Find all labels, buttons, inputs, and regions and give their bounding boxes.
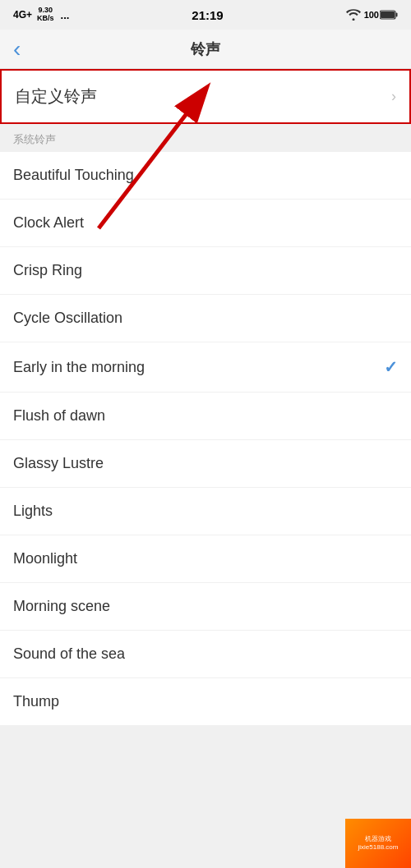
status-bar: 4G+ 9.30 KB/s ... 21:19 100 bbox=[0, 0, 411, 30]
nav-bar: ‹ 铃声 bbox=[0, 30, 411, 69]
custom-ringtone-label: 自定义铃声 bbox=[15, 85, 97, 108]
custom-ringtone-item[interactable]: 自定义铃声 › bbox=[2, 71, 409, 122]
watermark: 机器游戏 jixie5188.com bbox=[345, 819, 411, 868]
battery-icon: 100 bbox=[364, 10, 398, 20]
status-right: 100 bbox=[346, 9, 398, 21]
list-item[interactable]: Cycle Oscillation bbox=[0, 295, 411, 342]
wifi-icon bbox=[346, 9, 361, 21]
list-item[interactable]: Lights bbox=[0, 488, 411, 535]
list-item[interactable]: Clock Alert bbox=[0, 200, 411, 247]
list-item[interactable]: Flush of dawn bbox=[0, 393, 411, 440]
list-item[interactable]: Beautiful Touching bbox=[0, 152, 411, 200]
kb-speed: 9.30 KB/s bbox=[37, 7, 54, 23]
ringtone-name: Lights bbox=[13, 503, 53, 520]
list-item[interactable]: Moonlight bbox=[0, 535, 411, 583]
ringtone-name: Early in the morning bbox=[13, 359, 145, 376]
custom-ringtone-section: 自定义铃声 › bbox=[0, 69, 411, 124]
status-dots: ... bbox=[61, 9, 70, 21]
network-indicator: 4G+ bbox=[13, 9, 32, 21]
list-item[interactable]: Sound of the sea bbox=[0, 631, 411, 678]
status-left: 4G+ 9.30 KB/s ... bbox=[13, 7, 69, 23]
ringtone-name: Glassy Lustre bbox=[13, 455, 104, 472]
ringtone-name: Sound of the sea bbox=[13, 645, 125, 663]
list-item[interactable]: Crisp Ring bbox=[0, 247, 411, 295]
ringtone-list: Beautiful TouchingClock AlertCrisp RingC… bbox=[0, 152, 411, 725]
list-item[interactable]: Thump bbox=[0, 678, 411, 725]
svg-rect-2 bbox=[381, 11, 395, 18]
page-title: 铃声 bbox=[191, 39, 220, 59]
list-item[interactable]: Morning scene bbox=[0, 583, 411, 631]
svg-rect-1 bbox=[395, 13, 397, 17]
ringtone-name: Clock Alert bbox=[13, 214, 84, 232]
ringtone-name: Thump bbox=[13, 693, 59, 710]
ringtone-name: Cycle Oscillation bbox=[13, 310, 122, 327]
ringtone-name: Flush of dawn bbox=[13, 407, 105, 425]
ringtone-name: Beautiful Touching bbox=[13, 167, 134, 184]
list-item[interactable]: Early in the morning✓ bbox=[0, 342, 411, 393]
chevron-right-icon: › bbox=[391, 88, 396, 105]
system-ringtones-header: 系统铃声 bbox=[0, 124, 411, 152]
status-time: 21:19 bbox=[192, 8, 223, 22]
ringtone-name: Moonlight bbox=[13, 550, 77, 567]
selected-checkmark-icon: ✓ bbox=[384, 357, 398, 377]
ringtone-name: Morning scene bbox=[13, 598, 110, 615]
list-item[interactable]: Glassy Lustre bbox=[0, 440, 411, 488]
ringtone-name: Crisp Ring bbox=[13, 262, 82, 279]
back-button[interactable]: ‹ bbox=[13, 38, 21, 61]
